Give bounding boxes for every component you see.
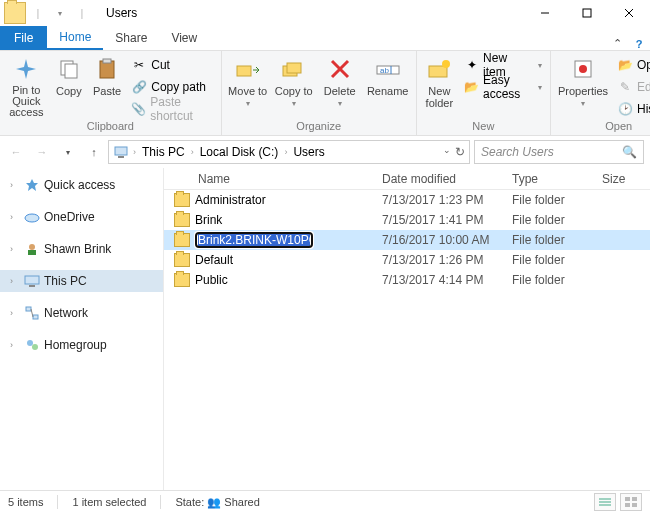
column-header-date[interactable]: Date modified <box>374 172 504 186</box>
column-header-name[interactable]: Name <box>164 172 374 186</box>
move-to-button[interactable]: Move to▾ <box>228 55 268 108</box>
paste-button[interactable]: Paste <box>91 55 123 97</box>
qat-dropdown-icon[interactable]: ▾ <box>50 3 70 23</box>
new-folder-icon <box>424 55 454 83</box>
chevron-right-icon[interactable]: › <box>189 147 196 157</box>
chevron-right-icon[interactable]: › <box>10 212 20 222</box>
copy-to-button[interactable]: Copy to▾ <box>274 55 314 108</box>
new-folder-button[interactable]: New folder <box>423 55 456 109</box>
chevron-right-icon[interactable]: › <box>10 308 20 318</box>
forward-button[interactable]: → <box>32 142 52 162</box>
maximize-button[interactable] <box>566 0 608 26</box>
pin-to-quick-access-button[interactable]: Pin to Quick access <box>6 55 47 118</box>
copy-icon <box>54 55 84 83</box>
file-row[interactable]: Brink7/15/2017 1:41 PMFile folder <box>164 210 650 230</box>
close-button[interactable] <box>608 0 650 26</box>
open-icon: 📂 <box>617 57 633 73</box>
open-button[interactable]: 📂Open▾ <box>615 55 650 75</box>
chevron-right-icon[interactable]: › <box>282 147 289 157</box>
chevron-down-icon: ▾ <box>292 99 296 108</box>
file-name: Brink <box>195 213 222 227</box>
new-group-label: New <box>417 120 550 135</box>
home-tab[interactable]: Home <box>47 26 103 50</box>
svg-rect-40 <box>632 503 637 507</box>
ribbon-tabs: File Home Share View ⌃ ? <box>0 26 650 50</box>
address-dropdown-button[interactable]: ⌄ <box>443 145 451 159</box>
chevron-right-icon[interactable]: › <box>131 147 138 157</box>
svg-text:ab: ab <box>380 66 389 75</box>
chevron-right-icon[interactable]: › <box>10 180 20 190</box>
delete-icon <box>325 55 355 83</box>
view-tab[interactable]: View <box>159 26 209 50</box>
chevron-down-icon: ▾ <box>538 61 542 70</box>
details-view-button[interactable] <box>594 493 616 511</box>
file-tab[interactable]: File <box>0 26 47 50</box>
chevron-right-icon[interactable]: › <box>10 276 20 286</box>
copy-path-button[interactable]: 🔗Copy path <box>129 77 214 97</box>
share-tab[interactable]: Share <box>103 26 159 50</box>
new-item-button[interactable]: ✦New item▾ <box>462 55 544 75</box>
file-name: Public <box>195 273 228 287</box>
copy-to-icon <box>279 55 309 83</box>
refresh-button[interactable]: ↻ <box>455 145 465 159</box>
nav-item-label: Homegroup <box>44 338 107 352</box>
cut-button[interactable]: ✂Cut <box>129 55 214 75</box>
nav-item-label: Shawn Brink <box>44 242 111 256</box>
svg-rect-27 <box>25 276 39 284</box>
properties-button[interactable]: Properties▾ <box>557 55 609 108</box>
nav-item-onedrive[interactable]: ›OneDrive <box>0 206 163 228</box>
file-date: 7/16/2017 10:00 AM <box>374 233 504 247</box>
svg-point-24 <box>25 214 39 222</box>
minimize-ribbon-button[interactable]: ⌃ <box>606 37 628 50</box>
nav-item-this-pc[interactable]: ›This PC <box>0 270 163 292</box>
column-headers: Name Date modified Type Size <box>164 168 650 190</box>
recent-locations-button[interactable]: ▾ <box>58 142 78 162</box>
open-group-label: Open <box>551 120 650 135</box>
minimize-button[interactable] <box>524 0 566 26</box>
nav-item-homegroup[interactable]: ›Homegroup <box>0 334 163 356</box>
rename-button[interactable]: ab Rename <box>366 55 410 97</box>
file-type: File folder <box>504 193 594 207</box>
copy-button[interactable]: Copy <box>53 55 85 97</box>
close-icon <box>624 8 634 18</box>
back-button[interactable]: ← <box>6 142 26 162</box>
easy-access-icon: 📂 <box>464 79 479 95</box>
svg-rect-30 <box>33 315 38 319</box>
nav-item-network[interactable]: ›Network <box>0 302 163 324</box>
column-header-type[interactable]: Type <box>504 172 594 186</box>
thumbnails-view-button[interactable] <box>620 493 642 511</box>
file-name: Administrator <box>195 193 266 207</box>
breadcrumb[interactable]: › This PC › Local Disk (C:) › Users ⌄ ↻ <box>108 140 470 164</box>
rename-input[interactable] <box>195 232 313 248</box>
easy-access-button[interactable]: 📂Easy access▾ <box>462 77 544 97</box>
folder-icon <box>174 253 190 267</box>
chevron-right-icon[interactable]: › <box>10 340 20 350</box>
chevron-down-icon: ▾ <box>538 83 542 92</box>
history-button[interactable]: 🕑History <box>615 99 650 119</box>
new-item-icon: ✦ <box>464 57 479 73</box>
file-row[interactable]: Default7/13/2017 1:26 PMFile folder <box>164 250 650 270</box>
nav-item-quick-access[interactable]: ›Quick access <box>0 174 163 196</box>
address-bar: ← → ▾ ↑ › This PC › Local Disk (C:) › Us… <box>0 136 650 168</box>
ribbon-group-clipboard: Pin to Quick access Copy Paste ✂Cut 🔗Cop… <box>0 51 222 135</box>
up-button[interactable]: ↑ <box>84 142 104 162</box>
paste-shortcut-button[interactable]: 📎Paste shortcut <box>129 99 214 119</box>
file-row[interactable]: Public7/13/2017 4:14 PMFile folder <box>164 270 650 290</box>
column-header-size[interactable]: Size <box>594 172 650 186</box>
cloud-icon <box>24 209 40 225</box>
breadcrumb-crumb[interactable]: Users <box>291 145 326 159</box>
nav-item-shawn-brink[interactable]: ›Shawn Brink <box>0 238 163 260</box>
breadcrumb-crumb[interactable]: This PC <box>140 145 187 159</box>
content-pane: Name Date modified Type Size Administrat… <box>164 168 650 490</box>
delete-button[interactable]: Delete▾ <box>320 55 360 108</box>
chevron-right-icon[interactable]: › <box>10 244 20 254</box>
help-button[interactable]: ? <box>628 38 650 50</box>
copy-path-icon: 🔗 <box>131 79 147 95</box>
svg-point-33 <box>32 344 38 350</box>
breadcrumb-crumb[interactable]: Local Disk (C:) <box>198 145 281 159</box>
search-input[interactable]: Search Users 🔍 <box>474 140 644 164</box>
file-row[interactable]: Administrator7/13/2017 1:23 PMFile folde… <box>164 190 650 210</box>
svg-rect-21 <box>115 147 127 155</box>
file-row[interactable]: 7/16/2017 10:00 AMFile folder <box>164 230 650 250</box>
edit-button[interactable]: ✎Edit <box>615 77 650 97</box>
